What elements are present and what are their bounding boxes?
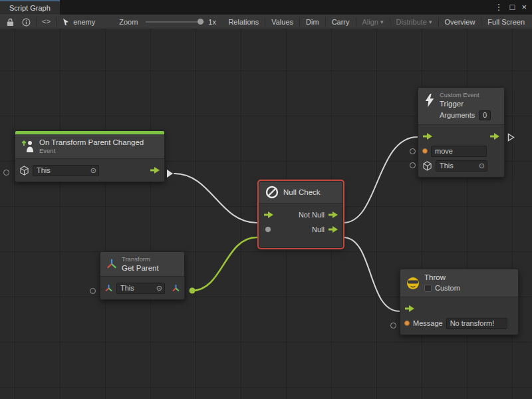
node-header[interactable]: Custom Event Trigger Arguments 0 bbox=[418, 88, 504, 125]
transform-input-port[interactable] bbox=[104, 284, 113, 293]
maximize-icon[interactable]: □ bbox=[510, 0, 515, 15]
zoom-slider[interactable] bbox=[146, 21, 204, 23]
object-picker-icon[interactable]: ⊙ bbox=[479, 162, 485, 170]
trigger-name-port[interactable] bbox=[410, 148, 416, 154]
toolbar-separator bbox=[36, 17, 37, 27]
output-label-not-null: Not Null bbox=[299, 211, 325, 219]
distribute-button[interactable]: Distribute▾ bbox=[392, 15, 437, 29]
toolbar-separator bbox=[390, 17, 390, 27]
trigger-flow-out-triangle[interactable] bbox=[507, 133, 515, 142]
object-picker-icon[interactable]: ⊙ bbox=[156, 284, 162, 293]
transform-event-icon bbox=[21, 139, 35, 154]
node-subtitle: Event bbox=[39, 147, 144, 155]
wire-notnull-to-trigger[interactable] bbox=[343, 137, 418, 223]
node-header[interactable]: Null Check bbox=[259, 182, 342, 203]
node-title: Null Check bbox=[283, 188, 321, 197]
throw-exception-icon bbox=[406, 276, 420, 291]
node-header[interactable]: Transform Get Parent bbox=[100, 252, 184, 277]
value-input-port[interactable] bbox=[265, 227, 271, 232]
node-body: This ⊙ bbox=[15, 159, 164, 182]
flow-input-port[interactable] bbox=[263, 211, 274, 219]
message-label: Message bbox=[413, 319, 443, 327]
node-trigger-custom-event[interactable]: Custom Event Trigger Arguments 0 bbox=[418, 87, 505, 178]
node-header[interactable]: On Transform Parent Changed Event bbox=[15, 134, 164, 159]
arguments-count-field[interactable]: 0 bbox=[479, 110, 491, 120]
message-input-port[interactable] bbox=[404, 321, 410, 326]
button-label: Relations bbox=[228, 18, 259, 26]
script-graph-icon bbox=[62, 18, 70, 26]
window-controls: ⋮ □ × bbox=[495, 0, 532, 15]
custom-checkbox[interactable] bbox=[424, 285, 432, 292]
wire-getparent-to-nullcheck[interactable] bbox=[192, 237, 257, 291]
overview-button[interactable]: Overview bbox=[440, 15, 480, 29]
dim-button[interactable]: Dim bbox=[301, 15, 324, 29]
flow-output-port[interactable] bbox=[489, 132, 500, 140]
message-field[interactable]: No transform! bbox=[446, 318, 507, 329]
values-button[interactable]: Values bbox=[267, 15, 298, 29]
flow-connection-triangle[interactable] bbox=[167, 170, 173, 178]
wire-event-to-nullcheck[interactable] bbox=[174, 174, 257, 223]
graph-asset[interactable]: enemy bbox=[58, 15, 99, 29]
flow-output-port-not-null[interactable] bbox=[328, 211, 338, 219]
menu-icon[interactable]: ⋮ bbox=[495, 0, 503, 15]
zoom-value: 1x bbox=[208, 15, 220, 29]
graph-canvas[interactable]: On Transform Parent Changed Event This ⊙ bbox=[0, 29, 532, 399]
field-value: No transform! bbox=[450, 319, 505, 327]
fullscreen-button[interactable]: Full Screen bbox=[483, 15, 529, 29]
gameobject-cube-icon bbox=[19, 166, 29, 176]
field-value: This bbox=[440, 162, 476, 170]
button-label: Values bbox=[271, 18, 293, 26]
toolbar-separator bbox=[325, 17, 326, 27]
node-category: Custom Event bbox=[440, 91, 499, 99]
getparent-target-port[interactable] bbox=[90, 288, 96, 294]
tab-title: Script Graph bbox=[9, 4, 51, 12]
node-null-check[interactable]: Null Check Not Null Null bbox=[259, 181, 343, 248]
node-on-transform-parent-changed[interactable]: On Transform Parent Changed Event This ⊙ bbox=[15, 130, 165, 182]
node-header[interactable]: Throw Custom bbox=[400, 269, 518, 297]
flow-input-port[interactable] bbox=[404, 305, 415, 313]
object-picker-icon[interactable]: ⊙ bbox=[90, 166, 96, 175]
align-button[interactable]: Align▾ bbox=[358, 15, 388, 29]
node-get-parent[interactable]: Transform Get Parent This ⊙ bbox=[100, 251, 185, 300]
carry-button[interactable]: Carry bbox=[327, 15, 354, 29]
lock-icon[interactable] bbox=[3, 15, 18, 29]
trigger-target-port[interactable] bbox=[410, 162, 416, 168]
graph-name-label: enemy bbox=[73, 18, 95, 26]
node-title: Trigger bbox=[440, 99, 499, 108]
target-object-field[interactable]: This ⊙ bbox=[436, 160, 487, 172]
toolbar-separator bbox=[265, 17, 265, 27]
target-object-field[interactable]: This ⊙ bbox=[116, 283, 165, 294]
target-object-field[interactable]: This ⊙ bbox=[33, 165, 99, 176]
event-target-port[interactable] bbox=[3, 170, 9, 176]
zoom-slider-handle[interactable] bbox=[198, 19, 203, 25]
output-label-null: Null bbox=[312, 225, 325, 233]
close-icon[interactable]: × bbox=[521, 0, 527, 15]
field-value: move bbox=[435, 147, 484, 155]
relations-button[interactable]: Relations bbox=[223, 15, 263, 29]
node-title: Throw bbox=[424, 273, 460, 282]
button-label: Distribute bbox=[396, 18, 427, 26]
event-name-field[interactable]: move bbox=[431, 146, 487, 157]
button-label: Overview bbox=[445, 18, 475, 26]
throw-message-port[interactable] bbox=[390, 323, 396, 329]
field-value: This bbox=[37, 166, 88, 174]
info-icon[interactable] bbox=[18, 15, 35, 29]
event-name-input-port[interactable] bbox=[422, 148, 428, 154]
node-throw[interactable]: Throw Custom Message No bbox=[400, 269, 519, 335]
flow-output-port[interactable] bbox=[150, 166, 160, 174]
zoom-label: Zoom bbox=[115, 15, 142, 29]
wire-null-to-throw[interactable] bbox=[343, 237, 400, 311]
tab-script-graph[interactable]: Script Graph bbox=[0, 0, 60, 15]
toolbar-separator bbox=[438, 17, 439, 27]
code-view-icon[interactable]: <> bbox=[38, 15, 55, 29]
button-label: Dim bbox=[306, 18, 319, 26]
custom-checkbox-label: Custom bbox=[435, 284, 460, 293]
node-title: On Transform Parent Changed bbox=[39, 138, 144, 147]
flow-input-port[interactable] bbox=[422, 132, 433, 140]
flow-output-port-null[interactable] bbox=[328, 225, 338, 233]
wire-endpoint-dot[interactable] bbox=[190, 288, 196, 294]
transform-output-port[interactable] bbox=[172, 284, 180, 293]
toolbar-separator bbox=[299, 17, 300, 27]
custom-event-lightning-icon bbox=[424, 93, 436, 108]
graph-toolbar: <> enemy Zoom 1x Relations Values Dim Ca… bbox=[0, 15, 532, 29]
